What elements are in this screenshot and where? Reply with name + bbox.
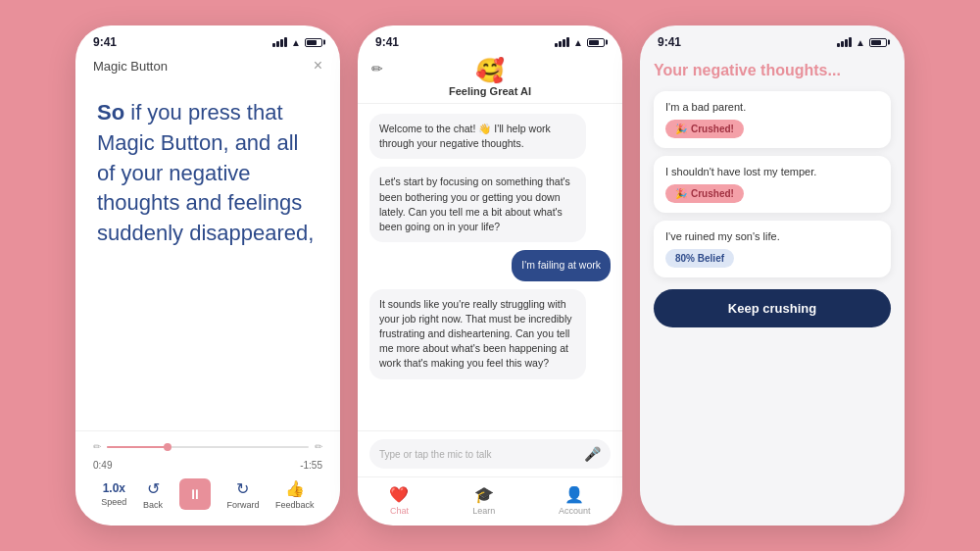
chat-header: ✏ 🥰 Feeling Great AI: [358, 53, 622, 104]
speed-control[interactable]: 1.0x Speed: [101, 481, 126, 507]
keep-crushing-label: Keep crushing: [728, 301, 816, 316]
edit-chat-icon[interactable]: ✏: [371, 61, 383, 76]
battery-icon-2: [587, 38, 605, 47]
track-progress: [107, 446, 168, 448]
chat-message-1: Welcome to the chat! 👋 I'll help work th…: [369, 114, 586, 159]
track-line[interactable]: [107, 446, 309, 448]
thought-card-2: I shouldn't have lost my temper. 🎉 Crush…: [654, 156, 891, 213]
feedback-icon: 👍: [285, 479, 305, 498]
play-pause-control[interactable]: ⏸: [179, 478, 211, 510]
ai-name: Feeling Great AI: [449, 85, 531, 97]
text-body: if you press that Magic Button, and all …: [97, 100, 314, 245]
audio-section: ✏ ✏ 0:49 -1:55 1.0x Speed ↺ Back ⏸: [75, 430, 340, 526]
phone-1: 9:41 ▲ Magic Button × So if you press th…: [75, 25, 340, 526]
chat-message-3: I'm failing at work: [512, 250, 611, 280]
close-button-1[interactable]: ×: [314, 57, 322, 75]
chat-input-bar[interactable]: Type or tap the mic to talk 🎤: [369, 439, 611, 469]
audio-current-time: 0:49: [93, 460, 112, 471]
chat-message-4: It sounds like you're really struggling …: [369, 289, 586, 379]
tab-learn[interactable]: 🎓 Learn: [472, 485, 495, 516]
forward-control[interactable]: ↻ Forward: [226, 479, 259, 510]
status-bar-2: 9:41 ▲: [358, 25, 622, 53]
crushed-emoji-1: 🎉: [675, 124, 687, 134]
thought-text-2: I shouldn't have lost my temper.: [665, 166, 879, 177]
crushed-label-1: Crushed!: [691, 124, 734, 134]
play-pause-button[interactable]: ⏸: [179, 478, 211, 510]
feedback-control[interactable]: 👍 Feedback: [275, 479, 315, 510]
status-time-1: 9:41: [93, 35, 117, 49]
title-suffix: ...: [827, 62, 840, 78]
signal-icon-2: [555, 37, 569, 47]
back-control[interactable]: ↺ Back: [143, 479, 163, 510]
signal-icon-3: [837, 37, 852, 47]
track-dot: [164, 443, 172, 451]
feedback-label: Feedback: [275, 500, 315, 510]
thought-card-3: I've ruined my son's life. 80% Belief: [654, 221, 891, 277]
status-icons-2: ▲: [555, 37, 605, 48]
audio-remaining-time: -1:55: [300, 460, 322, 471]
header-title-1: Magic Button: [93, 59, 168, 74]
chat-area: Welcome to the chat! 👋 I'll help work th…: [358, 104, 622, 430]
audio-times: 0:49 -1:55: [93, 460, 322, 471]
mic-button[interactable]: 🎤: [584, 446, 601, 462]
account-tab-label: Account: [559, 506, 591, 516]
learn-tab-icon: 🎓: [474, 485, 494, 504]
thought-text-1: I'm a bad parent.: [665, 101, 879, 113]
pause-icon: ⏸: [188, 486, 202, 502]
belief-label-3: 80% Belief: [675, 253, 724, 264]
speed-label: Speed: [101, 497, 126, 507]
title-prefix: Your: [654, 62, 693, 78]
wifi-icon-2: ▲: [573, 37, 583, 48]
status-icons-3: ▲: [837, 37, 887, 48]
tab-bar: ❤️ Chat 🎓 Learn 👤 Account: [358, 476, 622, 526]
status-bar-1: 9:41 ▲: [75, 25, 340, 53]
chat-tab-icon: ❤️: [389, 485, 409, 504]
belief-badge-3: 80% Belief: [665, 249, 734, 268]
thought-card-1: I'm a bad parent. 🎉 Crushed!: [654, 91, 891, 148]
tab-account[interactable]: 👤 Account: [559, 485, 591, 516]
crushed-badge-2: 🎉 Crushed!: [665, 184, 744, 203]
status-icons-1: ▲: [272, 37, 322, 48]
phone1-header: Magic Button ×: [75, 53, 340, 82]
crushed-label-2: Crushed!: [691, 188, 734, 199]
phone1-main-text: So if you press that Magic Button, and a…: [97, 98, 318, 249]
thought-text-3: I've ruined my son's life.: [665, 230, 879, 242]
edit-icon-left[interactable]: ✏: [93, 441, 101, 452]
text-so: So: [97, 100, 124, 125]
speed-icon: 1.0x: [103, 481, 125, 495]
crushed-badge-1: 🎉 Crushed!: [665, 120, 744, 138]
audio-track: ✏ ✏: [93, 441, 322, 452]
phone-3: 9:41 ▲ Your negative thoughts... I'm a b…: [640, 25, 905, 526]
phone3-title: Your negative thoughts...: [654, 61, 891, 83]
wifi-icon: ▲: [291, 37, 301, 48]
forward-label: Forward: [226, 500, 259, 510]
status-time-2: 9:41: [375, 35, 399, 49]
back-icon: ↺: [147, 479, 160, 498]
chat-message-2: Let's start by focusing on something tha…: [369, 167, 586, 242]
back-label: Back: [143, 500, 163, 510]
ai-avatar: 🥰: [475, 57, 505, 84]
wifi-icon-3: ▲: [856, 37, 865, 48]
edit-icon-right[interactable]: ✏: [315, 441, 322, 452]
keep-crushing-button[interactable]: Keep crushing: [654, 289, 891, 327]
battery-icon-3: [869, 38, 887, 47]
learn-tab-label: Learn: [472, 506, 495, 516]
account-tab-icon: 👤: [564, 485, 584, 504]
forward-icon: ↻: [236, 479, 249, 498]
chat-tab-label: Chat: [390, 506, 409, 516]
phone-2: 9:41 ▲ ✏ 🥰 Feeling Great AI Welcome to t…: [358, 25, 622, 526]
crushed-emoji-2: 🎉: [675, 188, 687, 199]
signal-icon: [272, 37, 287, 47]
phone3-content: Your negative thoughts... I'm a bad pare…: [640, 53, 905, 526]
status-bar-3: 9:41 ▲: [640, 25, 905, 53]
status-time-3: 9:41: [658, 35, 681, 49]
audio-controls: 1.0x Speed ↺ Back ⏸ ↻ Forward 👍 Feedback: [93, 478, 322, 520]
title-highlight: negative thoughts: [693, 62, 828, 78]
tab-chat[interactable]: ❤️ Chat: [389, 485, 409, 516]
chat-input-area: Type or tap the mic to talk 🎤: [358, 430, 622, 476]
chat-input-placeholder: Type or tap the mic to talk: [379, 449, 584, 460]
battery-icon: [305, 38, 322, 47]
phone1-content: So if you press that Magic Button, and a…: [75, 82, 340, 430]
